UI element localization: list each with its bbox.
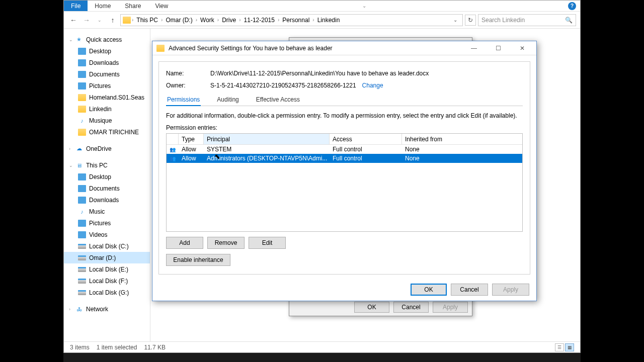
tree-item-musique[interactable]: ♪Musique <box>64 115 150 126</box>
dialog-titlebar[interactable]: Advanced Security Settings for You have … <box>152 41 536 55</box>
tree-pc-downloads[interactable]: Downloads <box>64 194 150 206</box>
table-header: Type Principal Access Inherited from <box>167 134 522 145</box>
close-button[interactable]: ✕ <box>512 42 532 54</box>
tree-this-pc[interactable]: ⌄🖥This PC <box>64 159 150 171</box>
crumb-work[interactable]: Work <box>198 17 216 24</box>
nav-recent-button[interactable]: ⌄ <box>94 15 105 26</box>
chevron-right-icon[interactable]: › <box>239 17 240 23</box>
crumb-date[interactable]: 11-12-2015 <box>242 17 277 24</box>
col-access[interactable]: Access <box>330 134 402 144</box>
tree-pc-disk-f[interactable]: Local Disk (F:) <box>64 275 150 287</box>
status-size: 11.7 KB <box>144 344 166 351</box>
crumb-personnal[interactable]: Personnal <box>280 17 311 24</box>
tree-pc-disk-d[interactable]: Omar (D:) <box>64 252 150 263</box>
tree-pc-disk-e[interactable]: Local Disk (E:) <box>64 263 150 275</box>
crumb-omar[interactable]: Omar (D:) <box>164 17 194 24</box>
ok-button[interactable]: OK <box>411 284 447 296</box>
props-cancel-button[interactable]: Cancel <box>393 302 429 313</box>
tree-label: Local Disk (E:) <box>89 266 128 273</box>
chevron-down-icon[interactable]: ⌄ <box>69 37 73 42</box>
edit-button[interactable]: Edit <box>249 237 286 249</box>
tree-item-pictures[interactable]: Pictures <box>64 80 150 92</box>
music-icon: ♪ <box>78 117 86 124</box>
chevron-right-icon[interactable]: › <box>69 146 70 151</box>
tree-pc-disk-c[interactable]: Local Disk (C:) <box>64 240 150 252</box>
tree-pc-desktop[interactable]: Desktop <box>64 171 150 183</box>
minimize-button[interactable]: — <box>464 42 484 54</box>
chevron-right-icon[interactable]: › <box>69 307 70 312</box>
music-icon: ♪ <box>78 208 86 215</box>
tree-network[interactable]: ›🖧Network <box>64 303 150 315</box>
tree-label: Pictures <box>89 220 111 227</box>
col-icon[interactable] <box>167 134 179 144</box>
tree-quick-access[interactable]: ⌄★Quick access <box>64 34 150 45</box>
cancel-button[interactable]: Cancel <box>451 284 488 296</box>
owner-value: S-1-5-21-4143027210-2190524375-218265826… <box>210 82 356 89</box>
dialog-body: Name: D:\Work\Drive\11-12-2015\Personnal… <box>152 55 536 281</box>
props-apply-button[interactable]: Apply <box>433 302 468 313</box>
chevron-right-icon[interactable]: › <box>312 17 314 23</box>
tab-permissions[interactable]: Permissions <box>166 94 201 106</box>
nav-up-button[interactable]: ↑ <box>107 15 118 26</box>
ribbon-tab-view[interactable]: View <box>148 1 175 11</box>
chevron-down-icon[interactable]: ⌄ <box>69 163 73 168</box>
search-icon[interactable]: 🔍 <box>565 17 573 24</box>
owner-label: Owner: <box>166 82 210 89</box>
help-icon[interactable]: ? <box>568 2 576 10</box>
crumb-linkedin[interactable]: Linkedin <box>315 17 342 24</box>
view-details-icon[interactable]: ☰ <box>555 343 564 351</box>
nav-forward-button[interactable]: → <box>81 15 92 26</box>
drive-icon <box>78 279 86 284</box>
tree-pc-pictures[interactable]: Pictures <box>64 217 150 229</box>
chevron-right-icon[interactable]: › <box>217 17 219 23</box>
apply-button[interactable]: Apply <box>492 284 529 296</box>
tree-label: Desktop <box>89 173 111 180</box>
add-button[interactable]: Add <box>166 237 203 249</box>
chevron-right-icon[interactable]: › <box>132 17 133 23</box>
props-ok-button[interactable]: OK <box>354 302 389 313</box>
nav-back-button[interactable]: ← <box>68 15 79 26</box>
tree-item-homeland[interactable]: Homeland.S01.Seas <box>64 92 150 103</box>
chevron-right-icon[interactable]: › <box>161 17 163 23</box>
col-type[interactable]: Type <box>179 134 204 144</box>
table-row[interactable]: 👥 Allow Administrators (DESKTOP-NTAVP5N\… <box>167 154 522 163</box>
tree-label: Pictures <box>89 82 111 89</box>
tree-onedrive[interactable]: ›☁OneDrive <box>64 143 150 154</box>
tree-item-documents[interactable]: Documents <box>64 68 150 80</box>
enable-inheritance-button[interactable]: Enable inheritance <box>166 254 230 266</box>
name-label: Name: <box>166 70 210 77</box>
tab-effective-access[interactable]: Effective Access <box>255 94 301 106</box>
ribbon-tab-file[interactable]: File <box>64 1 88 11</box>
taskbar[interactable] <box>63 353 581 362</box>
cell-type: Allow <box>179 145 204 154</box>
view-large-icon[interactable]: ▦ <box>565 343 574 351</box>
tab-auditing[interactable]: Auditing <box>216 94 239 106</box>
table-row[interactable]: 👥 Allow SYSTEM Full control None <box>167 145 522 154</box>
tree-pc-music[interactable]: ♪Music <box>64 206 150 217</box>
refresh-button[interactable]: ↻ <box>465 15 476 26</box>
search-input[interactable]: Search Linkedin 🔍 <box>478 14 576 26</box>
permissions-table[interactable]: Type Principal Access Inherited from 👥 A… <box>166 133 523 232</box>
tree-item-downloads[interactable]: Downloads <box>64 57 150 68</box>
tree-item-linkedin[interactable]: Linkedin <box>64 103 150 115</box>
tree-pc-videos[interactable]: Videos <box>64 229 150 240</box>
ribbon-expand-icon[interactable]: ⌄ <box>362 3 366 9</box>
tree-item-desktop[interactable]: Desktop <box>64 45 150 57</box>
ribbon-tab-share[interactable]: Share <box>118 1 148 11</box>
tree-pc-documents[interactable]: Documents <box>64 183 150 194</box>
tree-pc-disk-g[interactable]: Local Disk (G:) <box>64 287 150 298</box>
chevron-right-icon[interactable]: › <box>196 17 197 23</box>
remove-button[interactable]: Remove <box>207 237 245 249</box>
breadcrumb[interactable]: › This PC › Omar (D:) › Work › Drive › 1… <box>120 14 463 26</box>
col-principal[interactable]: Principal <box>204 134 330 144</box>
tree-panel[interactable]: ⌄★Quick access Desktop Downloads Documen… <box>64 29 150 341</box>
col-inherited[interactable]: Inherited from <box>402 134 522 144</box>
ribbon-tab-home[interactable]: Home <box>88 1 118 11</box>
tree-item-omar-tirichine[interactable]: OMAR TIRICHINE <box>64 126 150 138</box>
breadcrumb-dropdown-icon[interactable]: ⌄ <box>450 17 460 23</box>
crumb-drive[interactable]: Drive <box>220 17 238 24</box>
maximize-button[interactable]: ☐ <box>488 42 508 54</box>
crumb-thispc[interactable]: This PC <box>134 17 160 24</box>
chevron-right-icon[interactable]: › <box>278 17 279 23</box>
change-owner-link[interactable]: Change <box>362 82 383 89</box>
